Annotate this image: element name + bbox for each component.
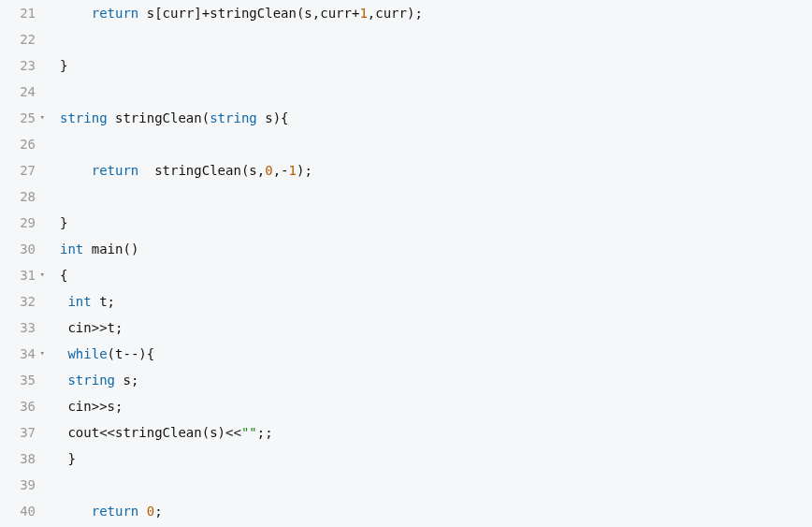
token-func: stringClean bbox=[115, 425, 202, 440]
token-ident: cout bbox=[67, 425, 99, 440]
fold-toggle-icon[interactable]: ▾ bbox=[40, 271, 45, 279]
token-op: << bbox=[225, 425, 241, 440]
token-num: 1 bbox=[359, 6, 367, 21]
indent bbox=[60, 6, 92, 21]
token-op: >> bbox=[92, 320, 108, 335]
code-line[interactable] bbox=[60, 183, 812, 210]
token-func: stringClean bbox=[154, 163, 241, 178]
token-plain bbox=[138, 163, 154, 178]
code-line[interactable]: string stringClean(string s){ bbox=[60, 105, 812, 131]
token-brace: } bbox=[60, 58, 67, 73]
token-ident: s bbox=[147, 6, 154, 21]
token-punct: , bbox=[257, 163, 265, 178]
token-ident: s bbox=[249, 163, 256, 178]
line-number: 27 bbox=[0, 157, 36, 183]
code-line[interactable]: int main() bbox=[60, 236, 812, 262]
fold-toggle-icon[interactable]: ▾ bbox=[40, 113, 45, 122]
token-punct: ; bbox=[304, 163, 312, 178]
line-number: 38 bbox=[0, 446, 36, 472]
token-ident: curr bbox=[163, 6, 195, 21]
line-number: 25▾ bbox=[0, 105, 36, 131]
token-op: -- bbox=[123, 346, 138, 361]
token-plain bbox=[138, 504, 146, 519]
token-ident: s bbox=[210, 425, 217, 440]
code-line[interactable]: return s[curr]+stringClean(s,curr+1,curr… bbox=[60, 0, 812, 26]
line-number: 32 bbox=[0, 288, 36, 315]
code-line[interactable]: cin>>t; bbox=[60, 315, 812, 341]
line-number: 34▾ bbox=[0, 341, 36, 367]
code-line[interactable] bbox=[60, 26, 812, 52]
code-line[interactable]: { bbox=[60, 262, 812, 288]
line-number: 24 bbox=[0, 79, 36, 105]
token-punct: ] bbox=[194, 6, 201, 21]
token-punct: ( bbox=[202, 425, 210, 440]
token-brace: } bbox=[60, 215, 67, 230]
fold-toggle-icon[interactable]: ▾ bbox=[40, 349, 45, 358]
code-line[interactable]: int t; bbox=[60, 288, 812, 315]
line-number-gutter: 2122232425▾262728293031▾323334▾353637383… bbox=[0, 0, 47, 524]
code-area[interactable]: return s[curr]+stringClean(s,curr+1,curr… bbox=[47, 0, 812, 524]
code-line[interactable] bbox=[60, 79, 812, 105]
indent bbox=[60, 504, 92, 519]
token-num: 1 bbox=[289, 163, 297, 178]
token-punct: , bbox=[273, 163, 281, 178]
token-keyword: return bbox=[92, 163, 139, 178]
token-plain bbox=[138, 6, 146, 21]
token-punct: ; bbox=[115, 399, 123, 414]
code-line[interactable]: } bbox=[60, 446, 812, 472]
token-brace: } bbox=[67, 451, 75, 466]
token-punct: ) bbox=[138, 346, 146, 361]
code-line[interactable]: while(t--){ bbox=[60, 341, 812, 367]
token-func: stringClean bbox=[210, 6, 297, 21]
token-type: int bbox=[60, 242, 83, 256]
indent bbox=[60, 163, 92, 178]
token-ident: s bbox=[123, 373, 130, 388]
code-line[interactable] bbox=[60, 472, 812, 498]
token-plain bbox=[83, 242, 91, 256]
code-line[interactable]: return stringClean(s,0,-1); bbox=[60, 157, 812, 183]
token-keyword: while bbox=[67, 346, 107, 361]
token-brace: { bbox=[281, 110, 288, 125]
token-ident: curr bbox=[375, 6, 407, 21]
token-punct: ; bbox=[414, 6, 422, 21]
token-ident: s bbox=[108, 399, 115, 414]
token-punct: ( bbox=[123, 242, 130, 256]
code-line[interactable]: string s; bbox=[60, 367, 812, 393]
token-num: 0 bbox=[147, 504, 154, 519]
line-number: 28 bbox=[0, 183, 36, 210]
code-editor[interactable]: 2122232425▾262728293031▾323334▾353637383… bbox=[0, 0, 812, 524]
line-number: 40 bbox=[0, 498, 36, 524]
token-punct: ) bbox=[131, 242, 138, 256]
token-ident: cin bbox=[67, 399, 91, 414]
token-punct: ( bbox=[202, 110, 210, 125]
token-type: int bbox=[67, 294, 91, 309]
line-number: 29 bbox=[0, 210, 36, 236]
token-str: "" bbox=[241, 425, 257, 440]
token-keyword: return bbox=[92, 6, 139, 21]
token-type: string bbox=[67, 373, 115, 388]
token-type: string bbox=[60, 110, 108, 125]
line-number: 26 bbox=[0, 131, 36, 157]
line-number: 39 bbox=[0, 472, 36, 498]
token-punct: [ bbox=[154, 6, 162, 21]
token-func: main bbox=[92, 242, 123, 256]
token-punct: ; bbox=[265, 425, 272, 440]
code-line[interactable]: cin>>s; bbox=[60, 393, 812, 419]
token-op: << bbox=[99, 425, 115, 440]
token-punct: , bbox=[368, 6, 375, 21]
token-ident: s bbox=[265, 110, 272, 125]
token-op: - bbox=[281, 163, 288, 178]
token-punct: ; bbox=[115, 320, 123, 335]
code-line[interactable]: cout<<stringClean(s)<<"";; bbox=[60, 419, 812, 446]
line-number: 31▾ bbox=[0, 262, 36, 288]
token-plain bbox=[257, 110, 265, 125]
line-number: 30 bbox=[0, 236, 36, 262]
line-number: 22 bbox=[0, 26, 36, 52]
code-line[interactable] bbox=[60, 131, 812, 157]
code-line[interactable]: } bbox=[60, 52, 812, 79]
token-plain bbox=[108, 110, 115, 125]
token-ident: t bbox=[108, 320, 115, 335]
code-line[interactable]: return 0; bbox=[60, 498, 812, 524]
code-line[interactable]: } bbox=[60, 210, 812, 236]
token-op: >> bbox=[92, 399, 108, 414]
